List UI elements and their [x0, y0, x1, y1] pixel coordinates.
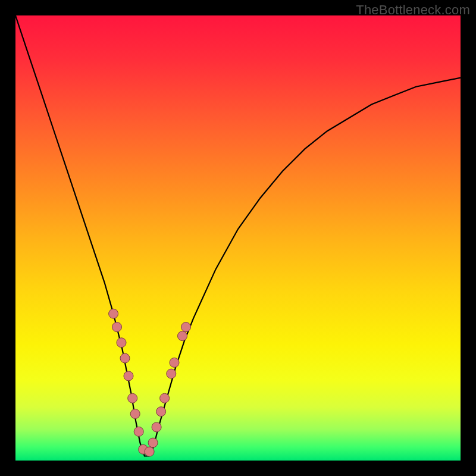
- marker-point: [109, 309, 118, 318]
- marker-point: [178, 331, 187, 341]
- curve-path: [15, 15, 461, 456]
- marker-point: [145, 447, 154, 456]
- marker-point: [152, 422, 161, 432]
- marker-point: [124, 371, 133, 381]
- curve-svg: [15, 15, 461, 461]
- bottleneck-curve: [15, 15, 461, 456]
- marker-point: [134, 427, 143, 436]
- marker-point: [120, 353, 130, 363]
- plot-area: [15, 15, 461, 461]
- marker-point: [112, 322, 122, 332]
- marker-point: [167, 369, 176, 378]
- highlighted-points: [109, 309, 191, 456]
- marker-point: [117, 338, 126, 347]
- marker-point: [128, 393, 137, 403]
- marker-point: [148, 438, 158, 447]
- marker-point: [156, 407, 166, 416]
- marker-point: [181, 322, 191, 332]
- marker-point: [160, 393, 170, 403]
- marker-point: [130, 409, 140, 419]
- watermark-text: TheBottleneck.com: [356, 2, 470, 18]
- marker-point: [170, 358, 179, 367]
- outer-frame: TheBottleneck.com: [0, 0, 476, 476]
